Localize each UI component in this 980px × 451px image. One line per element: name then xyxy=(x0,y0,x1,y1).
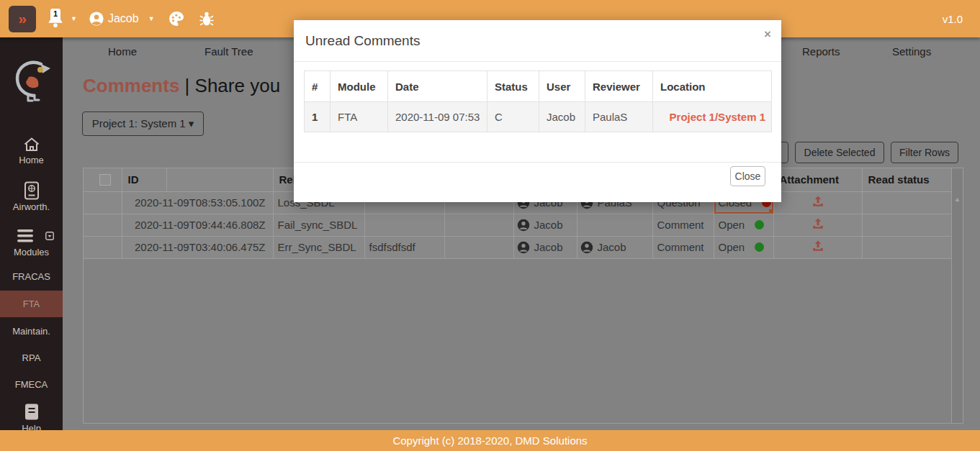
modal-col-user: User xyxy=(539,71,585,102)
scrollbar-up-arrow-icon[interactable]: ▲ xyxy=(952,196,963,203)
page-title-subtitle: | Share you xyxy=(185,75,281,96)
modal-footer-divider xyxy=(294,162,781,163)
sidebar-item-maintain[interactable]: Maintain. xyxy=(0,326,63,337)
comments-grid: ID Rel Attachment Read status 2020-11-09… xyxy=(83,168,963,424)
user-avatar-icon xyxy=(89,11,104,27)
modal-cell-date: 2020-11-09 07:53 xyxy=(388,102,487,132)
upload-attachment-icon[interactable] xyxy=(812,195,824,208)
user-name: Jacob xyxy=(108,12,139,25)
modal-col-status: Status xyxy=(487,71,539,102)
cell-id[interactable]: 2020-11-09T08:53:05.100Z xyxy=(122,191,273,214)
home-icon xyxy=(23,137,40,152)
page-title-main: Comments xyxy=(83,75,179,96)
modal-col-reviewer: Reviewer xyxy=(585,71,653,102)
tab-reports[interactable]: Reports xyxy=(802,45,840,58)
upload-attachment-icon[interactable] xyxy=(812,240,824,252)
delete-selected-button[interactable]: Delete Selected xyxy=(795,142,884,163)
cell-desc[interactable] xyxy=(364,214,444,236)
col-header-id[interactable]: ID xyxy=(122,168,166,191)
sidebar: Home Airworth. Modules FRACAS FTA Mainta… xyxy=(0,37,63,430)
app-version: v1.0 xyxy=(943,13,963,25)
filter-rows-button[interactable]: Filter Rows xyxy=(891,142,958,163)
cell-id[interactable]: 2020-11-09T09:44:46.808Z xyxy=(122,214,273,236)
person-icon xyxy=(517,219,530,232)
modal-col-num: # xyxy=(305,71,331,102)
row-checkbox-cell[interactable] xyxy=(84,236,122,258)
theme-palette-icon[interactable] xyxy=(168,10,185,27)
tab-fault-tree[interactable]: Fault Tree xyxy=(204,45,253,58)
status-open-dot xyxy=(755,220,764,229)
user-caret-icon: ▼ xyxy=(148,15,155,22)
passport-globe-icon xyxy=(24,181,40,200)
person-icon xyxy=(580,241,593,254)
person-icon xyxy=(517,241,530,254)
row-checkbox-cell[interactable] xyxy=(84,191,122,214)
modal-close-button[interactable]: Close xyxy=(730,166,765,186)
modal-cell-user: Jacob xyxy=(539,102,585,132)
cell-rel[interactable]: Fail_sync_SBDL xyxy=(273,214,364,236)
cell-type[interactable]: Comment xyxy=(652,236,714,258)
sidebar-item-fracas[interactable]: FRACAS xyxy=(0,271,63,282)
bell-caret-icon[interactable]: ▼ xyxy=(71,15,77,22)
cell-id[interactable]: 2020-11-09T03:40:06.475Z xyxy=(122,236,273,258)
cell-user: Jacob xyxy=(534,241,563,253)
cell-reviewer[interactable] xyxy=(577,214,652,236)
cell-status[interactable]: Open xyxy=(714,236,773,258)
help-book-icon xyxy=(24,403,40,422)
modal-cell-reviewer: PaulaS xyxy=(585,102,653,132)
page-title: Comments | Share you xyxy=(83,75,280,97)
modal-title: Unread Comments xyxy=(305,33,420,49)
notification-count-badge: 1 xyxy=(50,9,60,19)
cell-type[interactable]: Comment xyxy=(652,214,714,236)
unread-comments-modal: Unread Comments × # Module Date Status U… xyxy=(294,20,781,202)
modal-col-module: Module xyxy=(331,71,388,102)
modules-dropdown-icon xyxy=(45,232,54,240)
col-header-read-status[interactable]: Read status xyxy=(862,168,953,191)
user-menu[interactable]: Jacob ▼ xyxy=(89,11,155,27)
modal-cell-num: 1 xyxy=(305,102,331,132)
cell-rel[interactable]: Err_Sync_SBDL xyxy=(273,236,364,258)
table-row[interactable]: 2020-11-09T09:44:46.808Z Fail_sync_SBDL … xyxy=(84,214,953,236)
bug-report-icon[interactable] xyxy=(198,10,215,27)
status-open-dot xyxy=(755,242,764,252)
cell-user: Jacob xyxy=(534,219,563,231)
modal-cell-module: FTA xyxy=(331,102,388,132)
copyright-text: Copyright (c) 2018-2020, DMD Solutions xyxy=(392,434,587,447)
unread-comments-table: # Module Date Status User Reviewer Locat… xyxy=(304,70,772,132)
cell-status[interactable]: Open xyxy=(714,214,773,236)
sidebar-item-rpa[interactable]: RPA xyxy=(0,352,63,363)
cell-reviewer: Jacob xyxy=(598,241,626,253)
row-checkbox-cell[interactable] xyxy=(84,214,122,236)
modal-col-location: Location xyxy=(653,71,772,102)
modal-location-link[interactable]: Project 1/System 1 xyxy=(670,111,765,123)
cell-read-status[interactable] xyxy=(862,191,953,214)
modal-col-date: Date xyxy=(388,71,487,102)
project-selector-dropdown[interactable]: Project 1: System 1 ▾ xyxy=(82,111,204,136)
app-logo-bird-icon xyxy=(9,58,55,102)
sidebar-collapse-button[interactable]: » xyxy=(9,6,36,32)
cell-read-status[interactable] xyxy=(862,236,953,258)
table-row[interactable]: 2020-11-09T03:40:06.475Z Err_Sync_SBDL f… xyxy=(84,236,953,258)
modal-table-row: 1 FTA 2020-11-09 07:53 C Jacob PaulaS Pr… xyxy=(305,102,772,132)
sidebar-item-fta-active[interactable]: FTA xyxy=(0,291,63,317)
col-header-attachment[interactable]: Attachment xyxy=(773,168,862,191)
modal-table-header-row: # Module Date Status User Reviewer Locat… xyxy=(305,71,772,102)
modules-menu-icon xyxy=(17,229,34,243)
grid-vertical-scrollbar[interactable]: ▲ xyxy=(951,168,963,423)
upload-attachment-icon[interactable] xyxy=(812,217,824,230)
col-header-blank xyxy=(166,168,273,191)
footer-bar: Copyright (c) 2018-2020, DMD Solutions xyxy=(0,430,980,451)
modal-close-icon[interactable]: × xyxy=(764,27,771,42)
cell-read-status[interactable] xyxy=(862,214,953,236)
notifications-bell-icon[interactable]: 1 xyxy=(46,8,65,29)
tab-home[interactable]: Home xyxy=(108,45,137,58)
tab-settings[interactable]: Settings xyxy=(892,45,931,58)
select-all-checkbox[interactable] xyxy=(99,174,111,186)
cell-desc[interactable]: fsdfsdfsdf xyxy=(364,236,444,258)
modal-header-divider xyxy=(294,61,781,62)
sidebar-item-fmeca[interactable]: FMECA xyxy=(0,379,63,390)
modal-cell-status: C xyxy=(487,102,539,132)
